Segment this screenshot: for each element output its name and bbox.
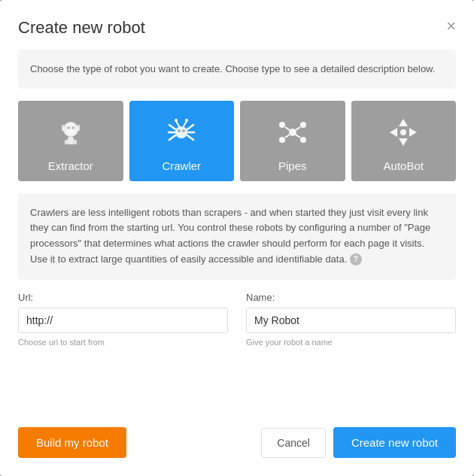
url-input[interactable] [18,308,228,333]
svg-rect-6 [74,140,77,144]
svg-line-15 [187,125,193,129]
svg-line-28 [296,127,300,130]
help-icon[interactable]: ? [350,253,362,265]
svg-marker-34 [409,128,417,137]
svg-point-24 [300,122,306,128]
robot-type-autobot[interactable]: AutoBot [351,101,457,181]
close-button[interactable]: × [446,18,456,35]
svg-line-12 [169,125,175,129]
modal-header: Create new robot × [18,18,456,38]
autobot-label: AutoBot [384,159,424,172]
url-form-group: Url: Choose url to start from [18,292,228,347]
modal-overlay: Create new robot × Choose the type of ro… [0,0,474,476]
modal-footer: Build my robot Cancel Create new robot [18,421,456,458]
autobot-icon [384,113,423,152]
svg-line-14 [169,135,175,140]
svg-line-27 [285,127,290,130]
svg-point-2 [67,126,70,129]
svg-point-26 [300,137,306,143]
name-label: Name: [246,292,456,303]
svg-rect-8 [77,125,80,131]
description-box: Crawlers are less intelligent robots tha… [18,193,456,280]
description-text: Crawlers are less intelligent robots tha… [30,207,430,265]
extractor-icon [51,113,90,152]
name-hint: Give your robot a name [246,338,456,347]
svg-point-3 [71,126,74,129]
svg-point-23 [279,122,285,128]
svg-point-10 [178,129,181,132]
robot-type-pipes[interactable]: Pipes [240,101,345,181]
info-text: Choose the type of robot you want to cre… [30,63,435,74]
svg-point-25 [279,137,285,143]
svg-marker-31 [399,119,408,126]
svg-line-18 [176,121,179,126]
svg-point-9 [175,126,187,138]
info-box: Choose the type of robot you want to cre… [18,50,456,89]
extractor-label: Extractor [48,159,93,172]
svg-point-21 [185,119,188,122]
create-robot-button[interactable]: Create new robot [333,427,456,458]
robot-type-crawler[interactable]: Crawler [129,101,235,181]
crawler-label: Crawler [162,159,201,172]
svg-line-30 [296,135,300,138]
robot-type-selector: Extractor [18,101,456,181]
svg-point-35 [400,129,406,135]
name-input[interactable] [246,308,456,333]
pipes-label: Pipes [278,159,307,172]
crawler-icon [162,113,201,152]
modal-title: Create new robot [18,18,145,38]
svg-rect-4 [68,137,74,144]
svg-marker-33 [390,128,397,137]
cancel-button[interactable]: Cancel [261,428,326,458]
build-robot-button[interactable]: Build my robot [18,427,126,458]
svg-marker-32 [399,138,408,146]
pipes-icon [273,113,312,152]
robot-type-extractor[interactable]: Extractor [18,101,123,181]
svg-point-11 [182,129,185,132]
svg-point-1 [66,123,75,135]
svg-line-17 [187,135,193,140]
footer-right-actions: Cancel Create new robot [261,427,456,458]
modal-dialog: Create new robot × Choose the type of ro… [0,0,474,476]
svg-rect-7 [62,125,64,131]
url-hint: Choose url to start from [18,338,228,347]
svg-line-29 [285,135,290,138]
url-label: Url: [18,292,228,303]
svg-point-22 [289,129,296,136]
form-section: Url: Choose url to start from Name: Give… [18,292,456,347]
svg-rect-5 [65,140,68,144]
svg-point-20 [175,119,178,122]
svg-line-19 [184,121,187,126]
name-form-group: Name: Give your robot a name [246,292,456,347]
